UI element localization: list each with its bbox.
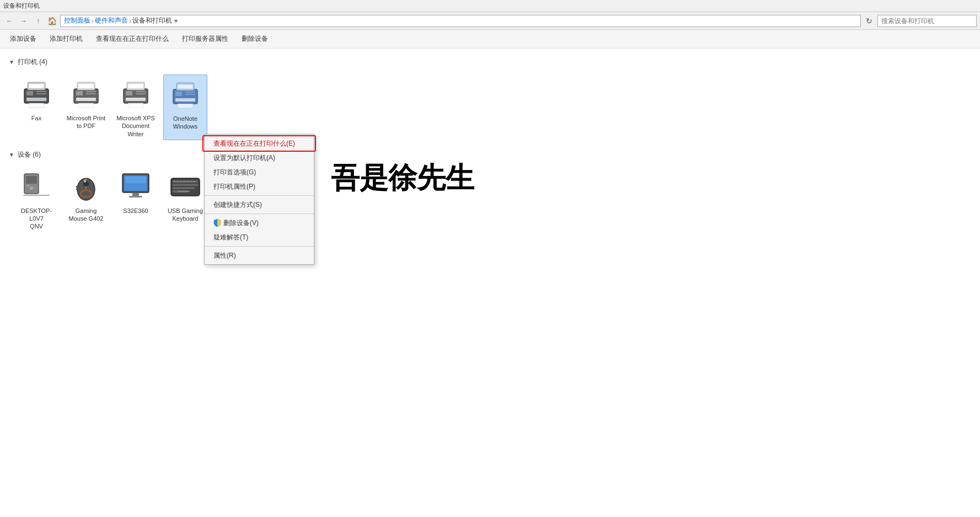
context-menu-item-properties[interactable]: 属性(R) (205, 248, 314, 263)
printers-section-header[interactable]: ▼ 打印机 (4) (9, 57, 971, 67)
svg-rect-53 (173, 187, 195, 189)
devices-section-header[interactable]: ▼ 设备 (6) (9, 150, 971, 159)
device-item-fax[interactable]: Fax (14, 74, 58, 140)
keyboard-label: USB Gaming Keyboard (165, 207, 205, 223)
svg-rect-32 (178, 104, 193, 108)
svg-rect-52 (173, 184, 198, 186)
context-menu-item-see-print[interactable]: 查看现在在正在打印什么(E) (205, 136, 314, 151)
forward-button[interactable]: → (18, 15, 30, 27)
svg-rect-59 (186, 181, 189, 182)
svg-rect-27 (185, 92, 195, 93)
printer-props-label: 打印机属性(P) (213, 182, 255, 191)
svg-rect-23 (128, 84, 143, 88)
address-bar: ← → ↑ 🏠 控制面板 › 硬件和声音 › 设备和打印机 ▾ ↻ (0, 12, 980, 30)
svg-rect-18 (126, 91, 132, 95)
see-print-label: 查看现在在正在打印什么(E) (213, 139, 295, 148)
onenote-label: OneNote Windows (166, 115, 205, 131)
fax-label: Fax (31, 114, 41, 122)
context-menu-sep-1 (205, 195, 314, 196)
svg-rect-56 (176, 181, 179, 182)
xps-label: Microsoft XPS Document Writer (116, 114, 156, 138)
device-item-xps[interactable]: Microsoft XPS Document Writer (114, 74, 158, 140)
breadcrumb-part-2[interactable]: 硬件和声音 (95, 16, 128, 25)
context-menu: 查看现在在正在打印什么(E) 设置为默认打印机(A) 打印首选项(G) 打印机属… (204, 134, 314, 265)
xps-icon (118, 77, 153, 112)
svg-rect-29 (175, 98, 195, 102)
svg-point-35 (30, 186, 33, 190)
context-menu-item-remove-device[interactable]: 删除设备(V) (205, 216, 314, 230)
devices-chevron: ▼ (9, 152, 14, 158)
title-bar: 设备和打印机 (0, 0, 980, 12)
ms-pdf-icon (68, 77, 104, 112)
context-menu-item-set-default[interactable]: 设置为默认打印机(A) (205, 151, 314, 165)
svg-rect-31 (178, 84, 193, 89)
svg-rect-55 (173, 181, 175, 182)
remove-device-button[interactable]: 删除设备 (236, 32, 274, 46)
svg-rect-28 (185, 94, 195, 95)
remove-device-label: 删除设备(V) (223, 218, 259, 228)
main-content: ▼ 打印机 (4) (0, 49, 980, 517)
svg-rect-1 (26, 91, 33, 95)
onenote-icon (168, 77, 203, 113)
add-printer-button[interactable]: 添加打印机 (44, 32, 88, 46)
context-menu-item-printer-props[interactable]: 打印机属性(P) (205, 179, 314, 194)
refresh-button[interactable]: ↻ (863, 15, 875, 27)
gaming-mouse-label: Gaming Mouse G402 (66, 207, 106, 223)
svg-rect-26 (175, 92, 182, 96)
context-menu-item-print-prefs[interactable]: 打印首选项(G) (205, 165, 314, 179)
svg-rect-48 (132, 193, 139, 196)
context-menu-item-create-shortcut[interactable]: 创建快捷方式(S) (205, 198, 314, 212)
context-menu-sep-2 (205, 214, 314, 214)
print-server-button[interactable]: 打印服务器属性 (176, 32, 234, 46)
properties-label: 属性(R) (213, 251, 236, 260)
keyboard-icon (168, 169, 203, 205)
desktop-icon (19, 169, 54, 205)
svg-rect-60 (190, 181, 192, 182)
monitor-label: S32E360 (123, 207, 148, 215)
add-device-button[interactable]: 添加设备 (4, 32, 42, 46)
svg-rect-47 (125, 177, 146, 183)
create-shortcut-label: 创建快捷方式(S) (213, 200, 262, 210)
desktop-label: DESKTOP-L0V7QNV (17, 207, 56, 231)
fax-icon (19, 77, 54, 112)
title-bar-text: 设备和打印机 (3, 2, 40, 10)
up-button[interactable]: ↑ (32, 15, 44, 27)
device-item-onenote[interactable]: OneNote Windows (163, 74, 207, 140)
svg-rect-12 (86, 93, 96, 94)
see-printing-button[interactable]: 查看现在在正在打印什么 (90, 32, 174, 46)
troubleshoot-label: 疑难解答(T) (213, 233, 248, 242)
printers-chevron: ▼ (9, 59, 14, 65)
svg-rect-62 (178, 191, 190, 192)
svg-rect-17 (124, 89, 148, 103)
device-item-gaming-mouse[interactable]: Gaming Mouse G402 (64, 167, 108, 241)
svg-rect-49 (129, 196, 142, 198)
device-item-desktop[interactable]: DESKTOP-L0V7QNV (14, 167, 58, 241)
svg-point-40 (83, 181, 89, 186)
svg-rect-37 (26, 187, 36, 188)
breadcrumb-sep-1: › (92, 17, 94, 25)
svg-rect-13 (76, 98, 96, 101)
device-item-ms-pdf[interactable]: Microsoft Print to PDF (64, 74, 108, 140)
svg-rect-11 (86, 91, 96, 92)
breadcrumb-part-1[interactable]: 控制面板 (64, 16, 90, 25)
svg-rect-10 (76, 91, 83, 95)
search-input[interactable] (877, 15, 977, 27)
svg-rect-38 (23, 195, 50, 196)
breadcrumb-part-3: 设备和打印机 (132, 16, 172, 25)
device-item-keyboard[interactable]: USB Gaming Keyboard (163, 167, 207, 241)
device-item-monitor[interactable]: S32E360 (114, 167, 158, 241)
back-button[interactable]: ← (3, 15, 15, 27)
breadcrumb-dropdown-icon[interactable]: ▾ (174, 17, 178, 25)
svg-rect-41 (84, 179, 86, 183)
svg-rect-57 (180, 181, 182, 182)
svg-rect-34 (26, 176, 37, 184)
svg-rect-61 (193, 181, 195, 182)
context-menu-item-troubleshoot[interactable]: 疑难解答(T) (205, 230, 314, 244)
svg-rect-19 (136, 91, 146, 92)
devices-grid: DESKTOP-L0V7QNV (9, 165, 971, 247)
ms-pdf-label: Microsoft Print to PDF (66, 114, 106, 130)
svg-rect-9 (74, 89, 98, 103)
address-path[interactable]: 控制面板 › 硬件和声音 › 设备和打印机 ▾ (60, 15, 861, 27)
monitor-icon (118, 169, 153, 205)
svg-rect-58 (183, 181, 185, 182)
